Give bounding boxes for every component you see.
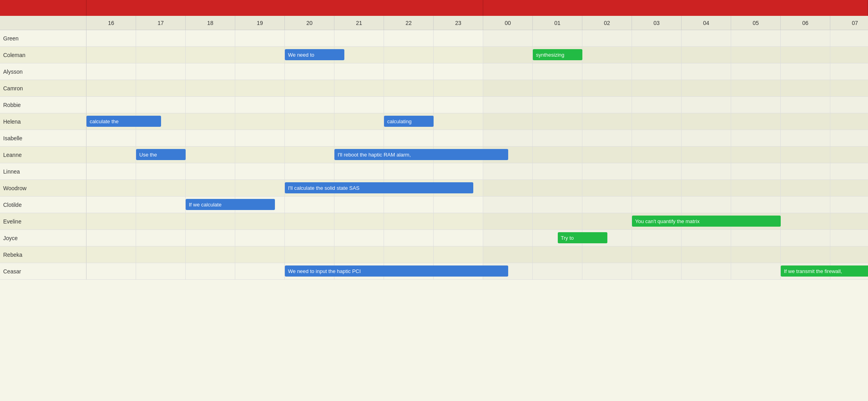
hour-slot (86, 213, 136, 229)
table-row: JoyceTry to (0, 230, 868, 246)
event-bar[interactable]: calculating (384, 116, 434, 127)
hour-slot (235, 163, 285, 179)
hour-slot (830, 63, 868, 80)
person-name: Eveline (0, 213, 86, 229)
hour-slot (285, 163, 334, 179)
hour-cell-05: 05 (731, 16, 781, 30)
hour-slot (384, 130, 434, 146)
hour-cell-22: 22 (384, 16, 434, 30)
hour-slot (781, 230, 830, 246)
hour-slot (235, 213, 285, 229)
event-bar[interactable]: I'll calculate the solid state SAS (285, 182, 473, 193)
hour-slot (235, 30, 285, 46)
event-bar[interactable]: Use the (136, 149, 186, 160)
event-bar[interactable]: calculate the (86, 116, 161, 127)
hour-slot (582, 63, 632, 80)
hour-slot (830, 197, 868, 213)
event-bar[interactable]: If we transmit the firewall, (781, 265, 868, 277)
hour-slot (186, 213, 235, 229)
hour-slot (731, 180, 781, 196)
hour-slot (186, 263, 235, 279)
event-bar[interactable]: We need to (285, 49, 344, 60)
hour-slot (632, 147, 682, 163)
event-bar[interactable]: I'll reboot the haptic RAM alarm, (334, 149, 508, 160)
hour-slot (86, 180, 136, 196)
table-row: Isabelle (0, 130, 868, 147)
timeline: I'll back up the mobile IB bus, that (86, 63, 868, 80)
hour-slot (334, 246, 384, 263)
hour-slot (533, 246, 582, 263)
hour-slot (334, 80, 384, 96)
hour-slot (830, 246, 868, 263)
hour-slot (186, 147, 235, 163)
hour-slot (86, 246, 136, 263)
event-bar[interactable]: If we calculate (186, 199, 275, 210)
hour-slot (731, 263, 781, 279)
hour-slot (285, 30, 334, 46)
hour-cell-18: 18 (186, 16, 235, 30)
hour-cell-02: 02 (582, 16, 632, 30)
hours-row: 1617181920212223000102030405060708091011… (0, 16, 868, 30)
hour-slot (136, 47, 186, 63)
event-bar[interactable]: Try to (558, 232, 607, 243)
hour-slot (483, 230, 533, 246)
hour-slot (632, 63, 682, 80)
person-name: Leanne (0, 147, 86, 163)
hour-slot (86, 197, 136, 213)
hour-slot (434, 97, 483, 113)
hour-cell-17: 17 (136, 16, 186, 30)
hour-slot (830, 213, 868, 229)
event-bar[interactable]: synthesizing (533, 49, 582, 60)
hour-slot (582, 47, 632, 63)
timeline: We need to input the haptic PCIIf we tra… (86, 263, 868, 279)
hour-slot (235, 47, 285, 63)
hour-slot (682, 97, 731, 113)
hours-slots: 1617181920212223000102030405060708091011… (86, 16, 868, 30)
table-row: Helenacalculate thecalculatingIf we bypa… (0, 113, 868, 130)
hour-slot (682, 80, 731, 96)
person-name: Ceasar (0, 263, 86, 279)
table-row: WoodrowI'll calculate the solid state SA… (0, 180, 868, 197)
hour-slot (136, 197, 186, 213)
hour-slot (285, 213, 334, 229)
hour-slot (731, 246, 781, 263)
hour-slot (682, 147, 731, 163)
hour-slot (285, 130, 334, 146)
hour-slot (830, 130, 868, 146)
timeline: We need tosynthesizing (86, 47, 868, 63)
hour-slot (533, 130, 582, 146)
event-bar[interactable]: You can't quantify the matrix (632, 216, 781, 227)
hour-slot (136, 30, 186, 46)
hour-slot (731, 147, 781, 163)
hour-slot (86, 47, 136, 63)
hour-slot (186, 130, 235, 146)
hour-slot (533, 197, 582, 213)
hour-slot (483, 97, 533, 113)
timeline: Try to (86, 230, 868, 246)
hour-slot (682, 197, 731, 213)
hour-slot (582, 130, 632, 146)
hour-slot (86, 80, 136, 96)
hour-slot (632, 30, 682, 46)
timeline: If we calculate (86, 197, 868, 213)
timeline: You can't generate the (86, 80, 868, 96)
event-bar[interactable]: We need to input the haptic PCI (285, 265, 508, 277)
person-name: Alysson (0, 63, 86, 80)
hour-slot (582, 97, 632, 113)
hour-slot (434, 130, 483, 146)
hour-slot (533, 30, 582, 46)
hour-slot (285, 113, 334, 130)
hour-slot (582, 197, 632, 213)
hour-cell-03: 03 (632, 16, 682, 30)
hour-slot (632, 47, 682, 63)
hour-slot (483, 180, 533, 196)
hour-slot (86, 130, 136, 146)
hour-slot (186, 180, 235, 196)
header-jan16 (483, 0, 868, 16)
hour-slot (682, 163, 731, 179)
hour-slot (384, 197, 434, 213)
table-row: Rebeka (0, 246, 868, 263)
hour-slot (483, 113, 533, 130)
hour-slot (235, 63, 285, 80)
hour-slot (235, 113, 285, 130)
